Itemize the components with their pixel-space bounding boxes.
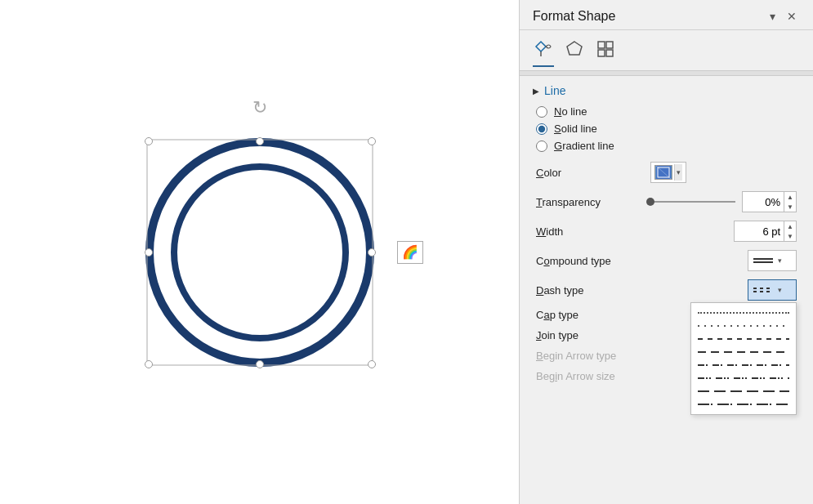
dash-option-3[interactable] [696,332,791,346]
format-shape-panel: Format Shape ▾ ✕ [519,0,813,504]
dash-pattern-short-dash [698,335,789,343]
line-section-title: Line [544,84,565,97]
color-dropdown-arrow: ▾ [674,164,682,181]
solid-line-radio[interactable] [536,123,547,135]
dash-type-control: ▾ [650,279,797,301]
width-arrows: ▲ ▼ [784,221,796,241]
dash-type-label: Dash type [536,284,650,297]
join-type-label: Join type [536,329,650,341]
transparency-row: Transparency ▲ ▼ [536,191,797,212]
cap-type-label: Cap type [536,309,650,321]
handle-tm[interactable] [256,137,264,145]
fill-line-icon [534,40,552,58]
color-row: Color ▾ [536,162,797,183]
svg-rect-5 [598,42,605,48]
dash-pattern-long-dashes [698,387,789,395]
color-label: Color [536,167,650,179]
panel-tabs [520,30,813,71]
dash-option-5[interactable] [696,359,791,372]
svg-rect-7 [598,50,605,56]
dash-option-4[interactable] [696,346,791,359]
compound-line-2 [753,261,773,263]
compound-type-control: ▾ [650,250,797,271]
compound-dropdown-arrow: ▾ [776,252,784,269]
width-up[interactable]: ▲ [784,221,796,231]
panel-close-btn[interactable]: ✕ [784,8,800,25]
svg-point-0 [150,142,370,363]
handle-bl[interactable] [145,360,153,368]
dash-option-8[interactable] [696,398,791,411]
width-spinbox: ▲ ▼ [734,221,797,242]
dash-option-6[interactable] [696,372,791,385]
svg-rect-6 [606,42,613,48]
width-row: Width ▲ ▼ [536,221,797,242]
dash-pattern-long-dash-dot [698,400,789,408]
no-line-option[interactable]: No line [536,105,797,118]
handle-ml[interactable] [145,248,153,256]
tab-fill-line[interactable] [533,37,554,67]
width-control: ▲ ▼ [650,221,797,242]
line-type-radio-group: No line Solid line Gradient line [536,105,797,152]
tab-layout[interactable] [595,37,616,67]
effects-icon [565,40,583,58]
dash-pattern-medium-dash [698,348,789,356]
handle-bm[interactable] [256,360,264,368]
transparency-up[interactable]: ▲ [784,192,796,202]
compound-type-button[interactable]: ▾ [748,250,797,271]
panel-header: Format Shape ▾ ✕ [520,0,813,30]
handle-tr[interactable] [368,137,376,145]
panel-body: ▶ Line No line Solid line Gradient line [520,76,813,504]
layout-options-icon[interactable]: 🌈 [397,241,423,264]
dash-option-2[interactable] [696,319,791,332]
shape-svg [137,130,382,375]
gradient-line-option[interactable]: Gradient line [536,140,797,152]
panel-minimize-btn[interactable]: ▾ [766,8,779,25]
no-line-label: No line [554,105,587,118]
solid-line-label: Solid line [554,123,597,135]
line-section-header[interactable]: ▶ Line [520,76,813,102]
handle-mr[interactable] [368,248,376,256]
dash-lines-icon [752,286,775,294]
svg-point-1 [174,167,346,338]
transparency-spinbox: ▲ ▼ [742,191,797,212]
gradient-line-radio[interactable] [536,140,547,152]
compound-type-row: Compound type ▾ [536,250,797,271]
dash-pattern-dots-sparse [698,322,789,330]
width-input[interactable] [735,225,784,238]
transparency-label: Transparency [536,196,650,208]
dash-pattern-dash-dot [698,361,789,369]
dash-preview-line-2 [753,291,773,292]
panel-title: Format Shape [533,9,615,24]
tab-effects[interactable] [564,37,585,67]
rotate-handle[interactable]: ↻ [252,97,267,118]
no-line-radio[interactable] [536,106,547,118]
color-swatch [654,165,672,180]
shape-container[interactable]: ↻ 🌈 [137,130,382,375]
line-section-arrow: ▶ [533,87,539,96]
color-button[interactable]: ▾ [650,162,686,183]
transparency-control: ▲ ▼ [650,191,797,212]
transparency-input[interactable] [743,196,784,208]
width-down[interactable]: ▼ [784,231,796,241]
dash-option-1[interactable] [696,306,791,319]
transparency-slider[interactable] [650,201,735,203]
dash-dropdown-popup [690,302,797,415]
begin-arrow-size-label: Begin Arrow size [536,370,650,382]
transparency-arrows: ▲ ▼ [784,192,796,212]
handle-br[interactable] [368,360,376,368]
begin-arrow-type-label: Begin Arrow type [536,350,650,362]
compound-type-label: Compound type [536,255,650,267]
handle-tl[interactable] [145,137,153,145]
width-label: Width [536,225,650,238]
panel-header-controls: ▾ ✕ [766,8,800,25]
compound-line-1 [753,258,773,260]
slider-thumb[interactable] [646,198,654,206]
dash-type-row: Dash type ▾ [536,279,797,301]
compound-lines-icon [752,256,775,265]
solid-line-option[interactable]: Solid line [536,123,797,135]
dash-pattern-dash-dot-dot [698,374,789,382]
transparency-down[interactable]: ▼ [784,202,796,212]
dash-option-7[interactable] [696,385,791,398]
dash-dropdown-arrow: ▾ [776,282,784,298]
dash-type-button[interactable]: ▾ [748,279,797,301]
